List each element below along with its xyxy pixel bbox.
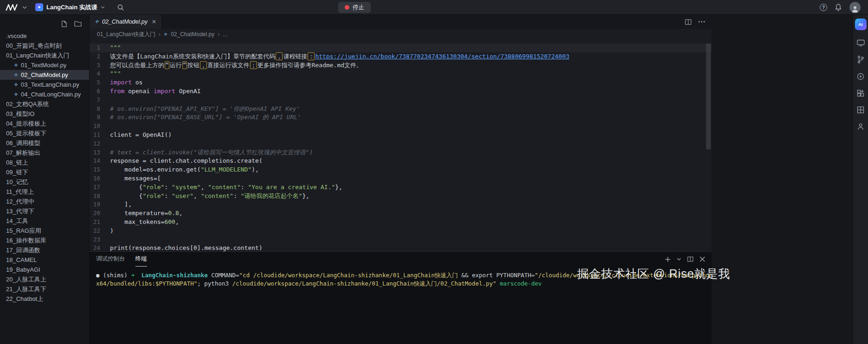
code-text: 该文件是【LangChain系统安装和快速入门】章节的配套代码，课程链接：htt… xyxy=(110,52,712,61)
code-line[interactable]: 11client = OpenAI() xyxy=(90,131,712,140)
panel-tab-terminal[interactable]: 终端 xyxy=(135,252,147,267)
file-tree-item[interactable]: 10_记忆 xyxy=(0,177,89,187)
file-tree-item[interactable]: ❖02_ChatModel.py xyxy=(0,70,89,80)
account-icon[interactable] xyxy=(857,123,864,130)
preview-icon[interactable] xyxy=(857,39,865,46)
code-text: temperature=0.8, xyxy=(110,209,712,218)
file-tree-item[interactable]: 06_调用模型 xyxy=(0,138,89,148)
breadcrumb-item[interactable]: 01_LangChain快速入门 xyxy=(97,31,155,38)
file-tree-item[interactable]: 01_LangChain快速入门 xyxy=(0,51,89,60)
code-editor[interactable]: 1"""2该文件是【LangChain系统安装和快速入门】章节的配套代码，课程链… xyxy=(90,40,712,251)
code-line[interactable]: 19 ], xyxy=(90,200,712,209)
code-line[interactable]: 8# os.environ["OPENAI_API_KEY"] = '你的Ope… xyxy=(90,105,712,114)
file-tree-item[interactable]: 09_链下 xyxy=(0,167,89,177)
editor-scrollbar[interactable] xyxy=(706,44,711,149)
code-line[interactable]: 15 model=os.environ.get("LLM_MODELEND"), xyxy=(90,166,712,174)
file-tree-item[interactable]: 20_人脉工具上 xyxy=(0,274,89,284)
code-line[interactable]: 10 xyxy=(90,122,712,131)
file-tree-item[interactable]: ❖04_ChatLongChain.py xyxy=(0,89,89,99)
code-link[interactable]: https://juejin.cn/book/73877023474361303… xyxy=(315,53,569,60)
terminal-token: ● xyxy=(96,272,103,279)
code-token: from xyxy=(110,88,124,95)
code-token: 该文件是【LangChain系统安装和快速入门】章节的配套代码 xyxy=(110,53,275,60)
code-token: messages=[ xyxy=(110,175,161,182)
code-line[interactable]: 17 {"role": "system", "content": "You ar… xyxy=(90,183,712,192)
tab-label: 02_ChatModel.py xyxy=(102,19,148,25)
code-line[interactable]: 23 xyxy=(90,236,712,244)
stop-button[interactable]: 停止 xyxy=(338,2,371,13)
terminal-dropdown-chevron-icon[interactable] xyxy=(677,258,681,261)
file-tree-item[interactable]: 02_文档QA系统 xyxy=(0,99,89,109)
notifications-bell-icon[interactable] xyxy=(835,3,842,11)
ai-assistant-button[interactable]: AI xyxy=(855,19,867,30)
marscode-logo-icon[interactable] xyxy=(6,4,18,11)
split-editor-icon[interactable] xyxy=(685,19,692,25)
code-line[interactable]: 5import os xyxy=(90,78,712,87)
grid-layout-icon[interactable] xyxy=(857,106,864,114)
file-tree-item[interactable]: 15_RAG应用 xyxy=(0,226,89,236)
tab-02-chatmodel[interactable]: ❖ 02_ChatModel.py ✕ xyxy=(90,15,162,29)
chevron-down-icon[interactable] xyxy=(22,6,27,9)
code-token: """ xyxy=(110,70,121,77)
file-tree-item[interactable]: 17_回调函数 xyxy=(0,245,89,255)
file-tree-item[interactable]: 08_链上 xyxy=(0,158,89,167)
panel-tab-debug-console[interactable]: 调试控制台 xyxy=(96,252,125,267)
code-line[interactable]: 12 xyxy=(90,140,712,148)
file-tree-item[interactable]: 12_代理中 xyxy=(0,197,89,206)
code-line[interactable]: 7 xyxy=(90,96,712,105)
file-tree-item[interactable]: 05_提示模板下 xyxy=(0,128,89,138)
file-tree-item[interactable]: 13_代理下 xyxy=(0,206,89,216)
code-text: print(response.choices[0].message.conten… xyxy=(110,244,712,251)
run-debug-icon[interactable] xyxy=(857,73,864,80)
file-tree-item[interactable]: 21_人脉工具下 xyxy=(0,284,89,294)
new-file-icon[interactable] xyxy=(61,20,68,27)
file-tree-item[interactable]: 03_模型IO xyxy=(0,109,89,119)
file-tree-item[interactable]: 18_CAMEL xyxy=(0,255,89,265)
code-line[interactable]: 20 temperature=0.8, xyxy=(90,209,712,218)
split-panel-icon[interactable] xyxy=(687,256,694,262)
file-tree-item[interactable]: ❖03_TextLangChain.py xyxy=(0,80,89,89)
breadcrumb-separator-icon: › xyxy=(218,31,219,38)
file-name: 11_代理上 xyxy=(6,188,34,196)
search-icon[interactable] xyxy=(117,4,124,11)
workspace-switcher[interactable]: ✦ LangChain 实战课 xyxy=(35,3,105,12)
code-line[interactable]: 1""" xyxy=(90,44,712,52)
extensions-icon[interactable] xyxy=(857,89,864,97)
file-tree-item[interactable]: 22_Chatbot上 xyxy=(0,294,89,304)
breadcrumb-item[interactable]: ... xyxy=(223,31,227,38)
code-line[interactable]: 9# os.environ["OPENAI_BASE_URL"] = 'Open… xyxy=(90,113,712,122)
code-line[interactable]: 6from openai import OpenAI xyxy=(90,87,712,96)
code-line[interactable]: 14response = client.chat.completions.cre… xyxy=(90,157,712,166)
file-tree-item[interactable]: 14_工具 xyxy=(0,216,89,226)
file-tree-item[interactable]: ❖01_TextModel.py xyxy=(0,60,89,70)
code-token: , xyxy=(179,210,183,217)
file-tree-item[interactable]: .vscode xyxy=(0,31,89,41)
file-tree-item[interactable]: 04_提示模板上 xyxy=(0,119,89,128)
code-line[interactable]: 2该文件是【LangChain系统安装和快速入门】章节的配套代码，课程链接：ht… xyxy=(90,52,712,61)
code-line[interactable]: 3您可以点击最上方的“运行”按钮，直接运行该文件；更多操作指引请参考Readme… xyxy=(90,61,712,70)
file-tree-item[interactable]: 00_开篇词_奇点时刻 xyxy=(0,41,89,51)
file-tree-item[interactable]: 11_代理上 xyxy=(0,187,89,197)
code-line[interactable]: 18 {"role": "user", "content": "请给我的花店起个… xyxy=(90,192,712,201)
code-line[interactable]: 4""" xyxy=(90,70,712,78)
breadcrumb-item[interactable]: 02_ChatModel.py xyxy=(171,31,214,38)
new-terminal-icon[interactable] xyxy=(665,256,671,262)
code-line[interactable]: 16 messages=[ xyxy=(90,174,712,183)
new-folder-icon[interactable] xyxy=(74,20,82,27)
code-token: temperature= xyxy=(110,210,168,217)
close-panel-icon[interactable] xyxy=(700,256,705,262)
code-line[interactable]: 24print(response.choices[0].message.cont… xyxy=(90,244,712,251)
close-icon[interactable]: ✕ xyxy=(152,19,156,25)
line-number: 12 xyxy=(90,140,110,148)
file-explorer: .vscode00_开篇词_奇点时刻01_LangChain快速入门❖01_Te… xyxy=(0,15,90,344)
code-line[interactable]: 22) xyxy=(90,227,712,236)
more-actions-icon[interactable] xyxy=(698,21,705,23)
code-line[interactable]: 21 max_tokens=600, xyxy=(90,218,712,227)
file-tree-item[interactable]: 19_BabyAGI xyxy=(0,265,89,274)
user-avatar[interactable] xyxy=(849,2,861,13)
file-tree-item[interactable]: 07_解析输出 xyxy=(0,148,89,158)
file-tree-item[interactable]: 16_操作数据库 xyxy=(0,236,89,245)
code-line[interactable]: 13# text = client.invoke("请给我写一句情人节红玫瑰的中… xyxy=(90,148,712,157)
help-icon[interactable]: ? xyxy=(820,4,827,11)
git-branch-icon[interactable] xyxy=(857,56,864,64)
